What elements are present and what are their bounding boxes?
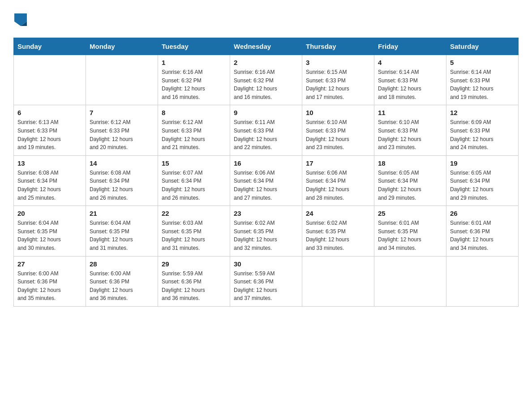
calendar-cell: 3Sunrise: 6:15 AM Sunset: 6:33 PM Daylig… — [302, 55, 374, 105]
logo-general — [13, 13, 28, 29]
day-info: Sunrise: 6:11 AM Sunset: 6:33 PM Dayligh… — [234, 118, 298, 151]
calendar-week-row: 20Sunrise: 6:04 AM Sunset: 6:35 PM Dayli… — [14, 206, 519, 256]
calendar-cell — [446, 256, 519, 306]
day-info: Sunrise: 6:06 AM Sunset: 6:34 PM Dayligh… — [306, 169, 370, 202]
day-info: Sunrise: 6:14 AM Sunset: 6:33 PM Dayligh… — [450, 68, 515, 101]
calendar-cell: 6Sunrise: 6:13 AM Sunset: 6:33 PM Daylig… — [14, 105, 86, 155]
day-info: Sunrise: 6:03 AM Sunset: 6:35 PM Dayligh… — [162, 219, 226, 252]
day-info: Sunrise: 6:15 AM Sunset: 6:33 PM Dayligh… — [306, 68, 370, 101]
day-info: Sunrise: 6:00 AM Sunset: 6:36 PM Dayligh… — [90, 270, 154, 303]
calendar-cell: 8Sunrise: 6:12 AM Sunset: 6:33 PM Daylig… — [158, 105, 230, 155]
calendar-cell: 16Sunrise: 6:06 AM Sunset: 6:34 PM Dayli… — [230, 155, 302, 206]
weekday-header-row: SundayMondayTuesdayWednesdayThursdayFrid… — [14, 38, 519, 55]
calendar-cell: 1Sunrise: 6:16 AM Sunset: 6:32 PM Daylig… — [158, 55, 230, 105]
calendar-cell: 19Sunrise: 6:05 AM Sunset: 6:34 PM Dayli… — [446, 155, 519, 206]
day-info: Sunrise: 6:04 AM Sunset: 6:35 PM Dayligh… — [90, 219, 154, 252]
day-number: 22 — [162, 210, 226, 217]
calendar-cell: 28Sunrise: 6:00 AM Sunset: 6:36 PM Dayli… — [86, 256, 158, 306]
weekday-header-tuesday: Tuesday — [158, 38, 230, 55]
calendar-week-row: 1Sunrise: 6:16 AM Sunset: 6:32 PM Daylig… — [14, 55, 519, 105]
day-number: 8 — [162, 109, 226, 116]
calendar-week-row: 6Sunrise: 6:13 AM Sunset: 6:33 PM Daylig… — [14, 105, 519, 155]
calendar-week-row: 13Sunrise: 6:08 AM Sunset: 6:34 PM Dayli… — [14, 155, 519, 206]
calendar-cell: 15Sunrise: 6:07 AM Sunset: 6:34 PM Dayli… — [158, 155, 230, 206]
day-info: Sunrise: 6:04 AM Sunset: 6:35 PM Dayligh… — [17, 219, 82, 252]
calendar-cell: 18Sunrise: 6:05 AM Sunset: 6:34 PM Dayli… — [374, 155, 446, 206]
day-info: Sunrise: 6:14 AM Sunset: 6:33 PM Dayligh… — [378, 68, 442, 101]
calendar-cell: 11Sunrise: 6:10 AM Sunset: 6:33 PM Dayli… — [374, 105, 446, 155]
day-info: Sunrise: 6:10 AM Sunset: 6:33 PM Dayligh… — [306, 118, 370, 151]
day-number: 7 — [90, 109, 154, 116]
weekday-header-friday: Friday — [374, 38, 446, 55]
calendar-cell: 27Sunrise: 6:00 AM Sunset: 6:36 PM Dayli… — [14, 256, 86, 306]
day-number: 1 — [162, 59, 226, 66]
calendar-cell: 26Sunrise: 6:01 AM Sunset: 6:36 PM Dayli… — [446, 206, 519, 256]
day-number: 14 — [90, 159, 154, 167]
calendar-cell: 7Sunrise: 6:12 AM Sunset: 6:33 PM Daylig… — [86, 105, 158, 155]
day-number: 24 — [306, 210, 370, 217]
day-info: Sunrise: 6:09 AM Sunset: 6:33 PM Dayligh… — [450, 118, 515, 151]
day-info: Sunrise: 6:08 AM Sunset: 6:34 PM Dayligh… — [17, 169, 82, 202]
day-info: Sunrise: 6:12 AM Sunset: 6:33 PM Dayligh… — [90, 118, 154, 151]
day-number: 9 — [234, 109, 298, 116]
logo-icon — [14, 13, 27, 26]
day-info: Sunrise: 6:00 AM Sunset: 6:36 PM Dayligh… — [17, 270, 82, 303]
day-number: 27 — [17, 260, 82, 268]
day-number: 5 — [450, 59, 515, 66]
calendar-cell: 5Sunrise: 6:14 AM Sunset: 6:33 PM Daylig… — [446, 55, 519, 105]
day-info: Sunrise: 6:01 AM Sunset: 6:36 PM Dayligh… — [450, 219, 515, 252]
calendar-cell: 13Sunrise: 6:08 AM Sunset: 6:34 PM Dayli… — [14, 155, 86, 206]
day-info: Sunrise: 6:12 AM Sunset: 6:33 PM Dayligh… — [162, 118, 226, 151]
day-number: 21 — [90, 210, 154, 217]
calendar-cell: 30Sunrise: 5:59 AM Sunset: 6:36 PM Dayli… — [230, 256, 302, 306]
day-number: 11 — [378, 109, 442, 116]
weekday-header-thursday: Thursday — [302, 38, 374, 55]
calendar-cell: 12Sunrise: 6:09 AM Sunset: 6:33 PM Dayli… — [446, 105, 519, 155]
day-info: Sunrise: 6:01 AM Sunset: 6:35 PM Dayligh… — [378, 219, 442, 252]
day-number: 26 — [450, 210, 515, 217]
calendar-cell: 2Sunrise: 6:16 AM Sunset: 6:32 PM Daylig… — [230, 55, 302, 105]
day-info: Sunrise: 6:16 AM Sunset: 6:32 PM Dayligh… — [234, 68, 298, 101]
calendar-cell: 4Sunrise: 6:14 AM Sunset: 6:33 PM Daylig… — [374, 55, 446, 105]
day-info: Sunrise: 5:59 AM Sunset: 6:36 PM Dayligh… — [162, 270, 226, 303]
day-number: 15 — [162, 159, 226, 167]
day-info: Sunrise: 5:59 AM Sunset: 6:36 PM Dayligh… — [234, 270, 298, 303]
day-info: Sunrise: 6:05 AM Sunset: 6:34 PM Dayligh… — [378, 169, 442, 202]
calendar-cell: 25Sunrise: 6:01 AM Sunset: 6:35 PM Dayli… — [374, 206, 446, 256]
day-info: Sunrise: 6:06 AM Sunset: 6:34 PM Dayligh… — [234, 169, 298, 202]
day-number: 19 — [450, 159, 515, 167]
calendar-week-row: 27Sunrise: 6:00 AM Sunset: 6:36 PM Dayli… — [14, 256, 519, 306]
day-number: 2 — [234, 59, 298, 66]
calendar-cell: 14Sunrise: 6:08 AM Sunset: 6:34 PM Dayli… — [86, 155, 158, 206]
day-number: 20 — [17, 210, 82, 217]
day-info: Sunrise: 6:10 AM Sunset: 6:33 PM Dayligh… — [378, 118, 442, 151]
calendar-cell: 10Sunrise: 6:10 AM Sunset: 6:33 PM Dayli… — [302, 105, 374, 155]
day-number: 17 — [306, 159, 370, 167]
page-header — [13, 13, 519, 29]
weekday-header-saturday: Saturday — [446, 38, 519, 55]
calendar-cell: 20Sunrise: 6:04 AM Sunset: 6:35 PM Dayli… — [14, 206, 86, 256]
calendar-cell — [302, 256, 374, 306]
calendar-cell — [374, 256, 446, 306]
day-number: 6 — [17, 109, 82, 116]
calendar-cell — [86, 55, 158, 105]
day-number: 25 — [378, 210, 442, 217]
day-info: Sunrise: 6:16 AM Sunset: 6:32 PM Dayligh… — [162, 68, 226, 101]
calendar-cell: 9Sunrise: 6:11 AM Sunset: 6:33 PM Daylig… — [230, 105, 302, 155]
calendar-cell: 29Sunrise: 5:59 AM Sunset: 6:36 PM Dayli… — [158, 256, 230, 306]
day-info: Sunrise: 6:02 AM Sunset: 6:35 PM Dayligh… — [306, 219, 370, 252]
day-number: 10 — [306, 109, 370, 116]
day-number: 12 — [450, 109, 515, 116]
weekday-header-sunday: Sunday — [14, 38, 86, 55]
day-number: 29 — [162, 260, 226, 268]
calendar-cell: 17Sunrise: 6:06 AM Sunset: 6:34 PM Dayli… — [302, 155, 374, 206]
calendar-cell: 23Sunrise: 6:02 AM Sunset: 6:35 PM Dayli… — [230, 206, 302, 256]
day-number: 30 — [234, 260, 298, 268]
day-number: 4 — [378, 59, 442, 66]
day-number: 28 — [90, 260, 154, 268]
day-number: 23 — [234, 210, 298, 217]
calendar-cell: 21Sunrise: 6:04 AM Sunset: 6:35 PM Dayli… — [86, 206, 158, 256]
logo — [13, 13, 28, 29]
day-info: Sunrise: 6:13 AM Sunset: 6:33 PM Dayligh… — [17, 118, 82, 151]
day-info: Sunrise: 6:08 AM Sunset: 6:34 PM Dayligh… — [90, 169, 154, 202]
